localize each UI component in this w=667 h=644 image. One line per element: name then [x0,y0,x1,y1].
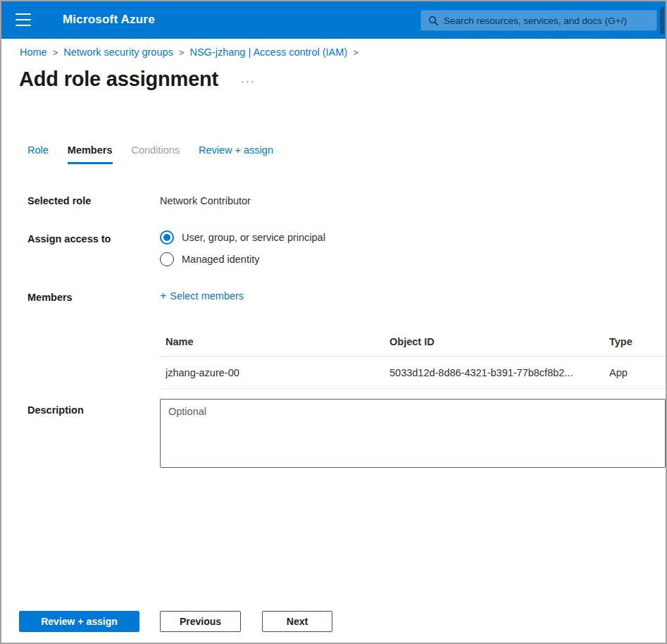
members-label: Members [27,292,73,303]
topbar-title: Microsoft Azure [63,13,155,27]
previous-button[interactable]: Previous [160,611,241,632]
description-label: Description [27,404,84,416]
topbar: Microsoft Azure [1,1,666,39]
member-object-id-cell: 5033d12d-8d86-4321-b391-77b8cf8b2... [384,367,604,378]
hamburger-menu-icon[interactable] [15,13,31,26]
search-input[interactable] [444,16,656,26]
column-header-type: Type [604,336,666,347]
selected-role-label: Selected role [27,195,91,206]
table-row: jzhang-azure-00 5033d12d-8d86-4321-b391-… [160,357,666,389]
topbar-cutoff-element [660,7,664,34]
tab-conditions[interactable]: Conditions [132,144,180,164]
breadcrumb-home[interactable]: Home [20,47,47,58]
next-button[interactable]: Next [262,611,332,632]
column-header-name: Name [160,336,384,347]
selected-role-value: Network Contributor [160,195,251,206]
breadcrumb-nsg-access-control[interactable]: NSG-jzhang | Access control (IAM) [189,47,347,58]
radio-unselected-icon [160,252,174,266]
radio-user-group-service-principal[interactable]: User, group, or service principal [160,230,325,244]
breadcrumb-separator: > [53,47,58,58]
breadcrumb: Home > Network security groups > NSG-jzh… [20,47,364,58]
more-options-icon[interactable]: ··· [241,75,256,87]
azure-portal-window: Microsoft Azure Home > Network security … [0,0,667,644]
breadcrumb-separator: > [179,47,185,58]
tab-review-assign[interactable]: Review + assign [199,144,273,164]
search-icon [428,16,439,26]
radio-user-group-label: User, group, or service principal [182,232,325,243]
plus-icon: + [160,290,166,302]
select-members-label: Select members [170,290,244,302]
review-assign-button[interactable]: Review + assign [19,611,139,632]
members-table-header: Name Object ID Type [160,327,666,357]
radio-managed-identity-label: Managed identity [182,254,259,265]
global-search[interactable] [420,10,657,31]
radio-selected-icon [160,230,174,244]
member-name-cell: jzhang-azure-00 [160,367,384,378]
description-input[interactable] [160,399,666,468]
select-members-link[interactable]: + Select members [160,290,244,302]
column-header-object-id: Object ID [384,336,604,347]
members-table: Name Object ID Type jzhang-azure-00 5033… [160,327,666,389]
member-type-cell: App [604,367,666,378]
tab-members[interactable]: Members [68,144,113,164]
wizard-tabs: Role Members Conditions Review + assign [27,144,273,164]
tab-role[interactable]: Role [27,144,49,164]
breadcrumb-separator: > [353,47,359,58]
assign-access-to-label: Assign access to [27,233,111,244]
page-title: Add role assignment [19,68,218,91]
radio-managed-identity[interactable]: Managed identity [160,252,259,266]
breadcrumb-network-security-groups[interactable]: Network security groups [63,47,173,58]
